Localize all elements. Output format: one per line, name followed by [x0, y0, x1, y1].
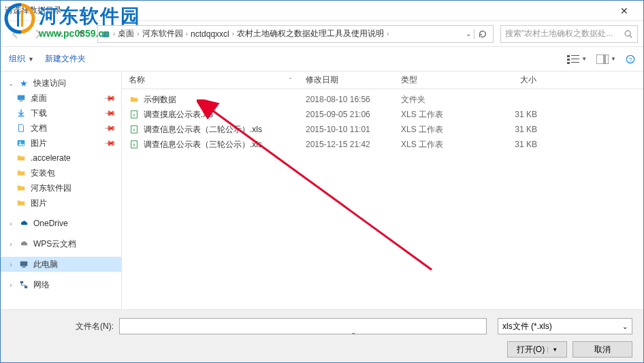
sidebar-desktop[interactable]: 桌面 📌 — [1, 91, 121, 106]
sidebar-quick-access[interactable]: ⌄ ★ 快速访问 — [1, 76, 121, 91]
back-button[interactable] — [6, 25, 25, 43]
crumb-root[interactable] — [101, 29, 110, 39]
svg-rect-15 — [19, 101, 22, 101]
svg-text:X: X — [133, 128, 135, 132]
file-row[interactable]: X调查信息公示表（二轮公示）.xls 2015-10-10 11:01 XLS … — [122, 122, 643, 137]
svg-point-2 — [625, 31, 630, 36]
sidebar-documents[interactable]: 文档 📌 — [1, 121, 121, 136]
file-row[interactable]: X调查信息公示表（三轮公示）.xls 2015-12-15 21:42 XLS … — [122, 137, 643, 152]
search-input[interactable]: 搜索"农村土地确权之数据处... — [500, 25, 638, 43]
xls-icon: X — [129, 109, 140, 120]
recent-dropdown[interactable] — [50, 25, 69, 43]
view-mode-button[interactable]: ▼ — [567, 54, 587, 64]
chevron-down-icon: ▼ — [611, 56, 616, 62]
file-row[interactable]: 示例数据 2018-08-10 16:56 文件夹 — [122, 92, 643, 107]
file-row[interactable]: X调查摸底公示表.xls 2015-09-05 21:06 XLS 工作表 31… — [122, 107, 643, 122]
filetype-filter[interactable]: xls文件 (*.xls) ⌄ — [498, 318, 632, 334]
pin-icon: 📌 — [103, 91, 116, 104]
chevron-down-icon: ▼ — [581, 56, 587, 62]
svg-point-18 — [19, 142, 20, 143]
svg-rect-7 — [571, 59, 579, 59]
pin-icon: 📌 — [103, 121, 116, 134]
organize-menu[interactable]: 组织 ▼ — [9, 53, 34, 65]
svg-text:X: X — [133, 113, 135, 117]
crumb-item[interactable]: 桌面 — [118, 28, 134, 40]
search-icon — [624, 29, 633, 39]
search-placeholder: 搜索"农村土地确权之数据处... — [505, 28, 624, 40]
sidebar-install-pkg[interactable]: 安装包 — [1, 165, 121, 180]
open-button[interactable]: 打开(O) ▼ — [507, 341, 567, 358]
document-icon — [16, 123, 27, 133]
nav-bar: › 桌面 › 河东软件园 › nctdqqxxcl › 农村土地确权之数据处理工… — [1, 21, 643, 47]
col-date[interactable]: 修改日期 — [299, 74, 394, 86]
svg-rect-22 — [25, 286, 27, 289]
dialog-title: 请选择数据目录 — [5, 5, 62, 16]
chevron-down-icon: ▼ — [28, 56, 34, 63]
sidebar-wps[interactable]: › WPS云文档 — [1, 236, 121, 251]
refresh-button[interactable] — [474, 29, 490, 39]
xls-icon: X — [129, 124, 140, 135]
filename-row: 文件名(N): ⌄ xls文件 (*.xls) ⌄ — [12, 318, 632, 334]
svg-rect-6 — [567, 59, 570, 61]
file-list: 名称ˆ 修改日期 类型 大小 示例数据 2018-08-10 16:56 文件夹… — [122, 72, 643, 309]
up-button[interactable] — [71, 25, 91, 43]
svg-rect-10 — [596, 54, 604, 64]
filename-input[interactable] — [119, 318, 487, 334]
star-icon: ★ — [18, 78, 29, 89]
column-headers: 名称ˆ 修改日期 类型 大小 — [122, 72, 643, 89]
sidebar-accelerate[interactable]: .accelerate — [1, 151, 121, 165]
cloud-icon — [18, 238, 29, 249]
sidebar-hedong[interactable]: 河东软件园 — [1, 180, 121, 195]
file-rows: 示例数据 2018-08-10 16:56 文件夹 X调查摸底公示表.xls 2… — [122, 89, 643, 309]
new-folder-button[interactable]: 新建文件夹 — [45, 53, 86, 65]
sidebar-this-pc[interactable]: › 此电脑 — [1, 257, 121, 272]
col-name[interactable]: 名称ˆ — [122, 74, 299, 86]
col-size[interactable]: 大小 — [476, 74, 544, 86]
svg-rect-14 — [18, 95, 25, 100]
sidebar-onedrive[interactable]: › OneDrive — [1, 216, 121, 231]
chevron-down-icon[interactable]: ⌄ — [466, 30, 471, 37]
chevron-right-icon: › — [7, 220, 14, 227]
chevron-down-icon[interactable]: ⌄ — [351, 328, 356, 336]
footer: 文件名(N): ⌄ xls文件 (*.xls) ⌄ 打开(O) ▼ 取消 — [1, 309, 643, 362]
body: ⌄ ★ 快速访问 桌面 📌 下载 📌 文档 📌 图片 — [1, 72, 643, 309]
chevron-right-icon: › — [7, 240, 14, 248]
help-button[interactable]: ? — [626, 54, 635, 64]
folder-icon — [16, 198, 27, 208]
folder-icon — [16, 168, 27, 178]
chevron-right-icon: › — [7, 281, 14, 289]
cloud-icon — [18, 218, 29, 229]
svg-rect-5 — [571, 55, 579, 56]
filename-label: 文件名(N): — [12, 321, 114, 332]
svg-rect-9 — [571, 62, 579, 63]
computer-icon — [18, 259, 29, 270]
close-button[interactable]: ✕ — [609, 1, 639, 20]
svg-rect-11 — [605, 54, 609, 64]
sidebar-network[interactable]: › 网络 — [1, 277, 121, 292]
chevron-right-icon: › — [134, 30, 142, 37]
chevron-down-icon: ▼ — [547, 347, 558, 353]
col-type[interactable]: 类型 — [394, 74, 476, 86]
titlebar: 请选择数据目录 ✕ — [1, 1, 643, 21]
svg-text:X: X — [133, 143, 135, 147]
preview-pane-button[interactable]: ▼ — [596, 54, 616, 64]
breadcrumb[interactable]: › 桌面 › 河东软件园 › nctdqqxxcl › 农村土地确权之数据处理工… — [97, 25, 494, 43]
xls-icon: X — [129, 139, 140, 150]
chevron-down-icon: ⌄ — [622, 323, 628, 330]
sidebar-pictures2[interactable]: 图片 — [1, 195, 121, 210]
sidebar: ⌄ ★ 快速访问 桌面 📌 下载 📌 文档 📌 图片 — [1, 72, 122, 309]
svg-rect-1 — [103, 35, 108, 37]
sidebar-downloads[interactable]: 下载 📌 — [1, 106, 121, 121]
chevron-right-icon: › — [384, 30, 391, 37]
download-icon — [16, 108, 27, 119]
forward-button[interactable] — [28, 25, 47, 43]
crumb-item[interactable]: nctdqqxxcl — [191, 29, 229, 39]
pictures-icon — [16, 138, 27, 148]
toolbar: 组织 ▼ 新建文件夹 ▼ ▼ ? — [1, 47, 643, 72]
sidebar-pictures[interactable]: 图片 📌 — [1, 136, 121, 151]
folder-icon — [129, 94, 140, 105]
cancel-button[interactable]: 取消 — [573, 341, 632, 358]
crumb-item[interactable]: 农村土地确权之数据处理工具及使用说明 — [237, 28, 384, 40]
chevron-right-icon: › — [7, 261, 14, 268]
crumb-item[interactable]: 河东软件园 — [142, 28, 183, 40]
